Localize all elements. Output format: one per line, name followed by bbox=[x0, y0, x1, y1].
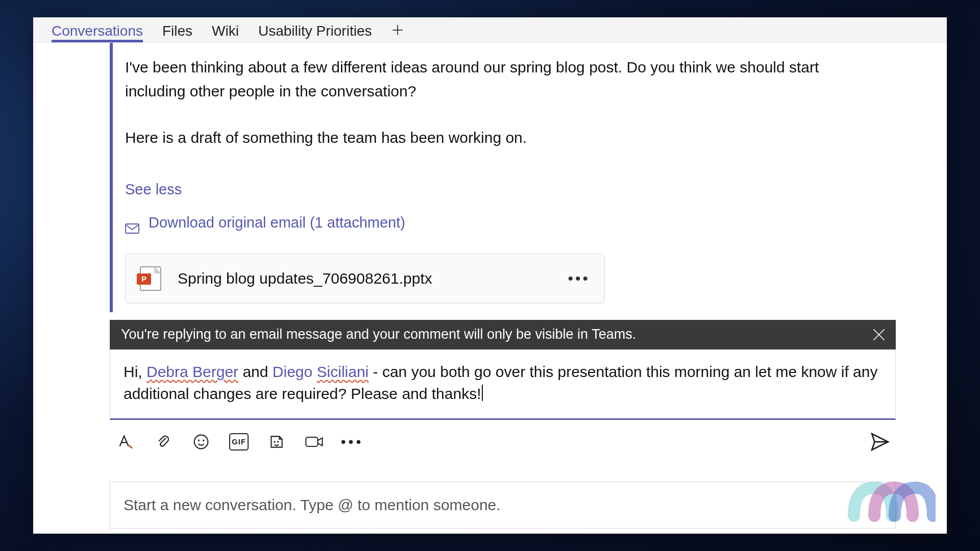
attach-icon[interactable] bbox=[154, 432, 173, 452]
gif-icon[interactable]: GIF bbox=[229, 432, 249, 452]
new-conversation-input[interactable]: Start a new conversation. Type @ to ment… bbox=[110, 482, 896, 529]
powerpoint-badge: P bbox=[137, 273, 151, 285]
svg-rect-2 bbox=[126, 224, 139, 233]
download-original-email-link[interactable]: Download original email (1 attachment) bbox=[125, 211, 875, 234]
envelope-icon bbox=[125, 217, 139, 228]
svg-point-7 bbox=[274, 441, 275, 442]
svg-point-8 bbox=[278, 441, 278, 442]
attachment-filename: Spring blog updates_706908261.pptx bbox=[178, 267, 432, 291]
sticker-icon[interactable] bbox=[267, 432, 286, 452]
watermark-logo bbox=[844, 467, 936, 529]
message-paragraph: I've been thinking about a few different… bbox=[125, 56, 875, 103]
tab-wiki[interactable]: Wiki bbox=[212, 23, 239, 42]
meet-now-icon[interactable] bbox=[305, 432, 324, 452]
svg-rect-9 bbox=[306, 437, 317, 446]
svg-point-6 bbox=[203, 440, 204, 441]
tab-usability-priorities[interactable]: Usability Priorities bbox=[258, 23, 372, 42]
send-button[interactable] bbox=[869, 431, 891, 453]
new-conversation-wrap: Start a new conversation. Type @ to ment… bbox=[110, 482, 896, 529]
powerpoint-file-icon: P bbox=[140, 266, 161, 291]
svg-point-4 bbox=[194, 435, 208, 449]
close-icon[interactable] bbox=[871, 327, 887, 342]
text-caret bbox=[482, 385, 483, 401]
download-original-email-label: Download original email (1 attachment) bbox=[149, 211, 405, 234]
reply-fragment: and bbox=[238, 363, 273, 380]
channel-tabbar: Conversations Files Wiki Usability Prior… bbox=[33, 17, 947, 43]
more-compose-options-button[interactable]: ••• bbox=[342, 432, 362, 452]
message-body: I've been thinking about a few different… bbox=[110, 43, 896, 309]
format-icon[interactable] bbox=[116, 432, 135, 452]
reply-composer: You're replying to an email message and … bbox=[110, 320, 896, 453]
reply-fragment: Hi, bbox=[124, 363, 146, 380]
add-tab-button[interactable] bbox=[391, 23, 404, 42]
mention-debra-berger[interactable]: Debra Berger bbox=[146, 363, 238, 380]
compose-toolbar: GIF ••• bbox=[110, 420, 896, 453]
tab-files[interactable]: Files bbox=[162, 23, 192, 42]
reply-visibility-notice: You're replying to an email message and … bbox=[110, 320, 896, 349]
emoji-icon[interactable] bbox=[191, 432, 211, 452]
notice-text: You're replying to an email message and … bbox=[121, 327, 636, 342]
message-paragraph: Here is a draft of something the team ha… bbox=[125, 126, 875, 150]
tab-conversations[interactable]: Conversations bbox=[52, 23, 143, 42]
conversation-area: I've been thinking about a few different… bbox=[33, 43, 947, 534]
mention-diego-siciliani[interactable]: Diego Siciliani bbox=[273, 363, 369, 380]
svg-point-5 bbox=[199, 440, 199, 441]
attachment-card[interactable]: P Spring blog updates_706908261.pptx ••• bbox=[125, 254, 605, 304]
reply-text-input[interactable]: Hi, Debra Berger and Diego Siciliani - c… bbox=[110, 349, 896, 420]
see-less-link[interactable]: See less bbox=[125, 178, 182, 201]
attachment-more-button[interactable]: ••• bbox=[568, 267, 590, 291]
teams-channel-panel: Conversations Files Wiki Usability Prior… bbox=[33, 17, 947, 534]
message-thread: I've been thinking about a few different… bbox=[110, 43, 896, 453]
